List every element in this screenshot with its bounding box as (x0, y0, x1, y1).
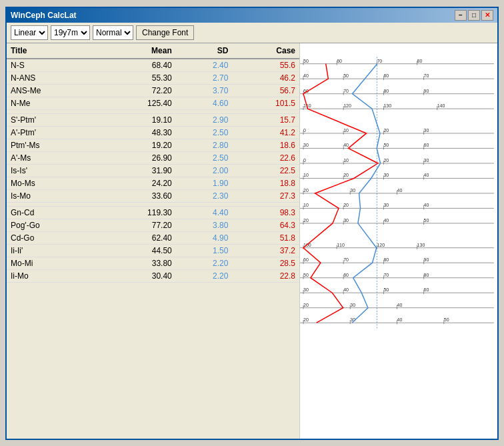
svg-text:10: 10 (303, 203, 309, 208)
row-mean: 30.40 (98, 269, 176, 282)
table-row: Ii-Ii' 44.50 1.50 37.2 (7, 244, 299, 257)
row-case: 55.6 (232, 59, 299, 72)
row-mean: 55.30 (98, 71, 176, 84)
svg-text:60: 60 (337, 58, 342, 63)
svg-text:80: 80 (383, 257, 389, 263)
row-sd: 1.50 (176, 244, 233, 257)
col-case: Case (232, 43, 299, 59)
svg-text:10: 10 (343, 157, 349, 163)
svg-text:50: 50 (383, 143, 389, 148)
row-mean: 68.40 (98, 59, 176, 72)
svg-text:30: 30 (350, 302, 355, 307)
svg-text:30: 30 (383, 173, 389, 178)
table-row: Is-Mo 33.60 2.30 27.3 (7, 189, 299, 202)
svg-text:20: 20 (343, 203, 349, 208)
chart-svg: .tick-line { stroke: #333; stroke-width:… (300, 43, 497, 439)
row-case: 15.7 (232, 113, 299, 126)
row-title: Pog'-Go (7, 219, 98, 231)
norm-dropdown[interactable]: Normal (93, 25, 133, 40)
svg-text:60: 60 (424, 143, 429, 148)
row-sd: 4.40 (176, 206, 233, 219)
svg-text:30: 30 (343, 217, 349, 223)
row-sd: 1.90 (176, 177, 233, 189)
row-mean: 26.90 (98, 151, 176, 164)
row-mean: 19.10 (98, 113, 176, 126)
row-sd: 2.00 (176, 164, 233, 177)
row-case: 22.6 (232, 151, 299, 164)
row-case: 98.3 (232, 206, 299, 219)
row-case: 18.6 (232, 139, 299, 151)
table-row: Mo-Mi 33.80 2.20 28.5 (7, 257, 299, 269)
svg-text:20: 20 (303, 217, 309, 223)
col-mean: Mean (98, 43, 176, 59)
close-button[interactable]: ✕ (481, 10, 493, 21)
change-font-button[interactable]: Change Font (136, 25, 194, 40)
svg-text:80: 80 (417, 58, 423, 63)
row-sd: 2.50 (176, 151, 233, 164)
row-mean: 44.50 (98, 244, 176, 257)
table-row: Ptm'-Ms 19.20 2.80 18.6 (7, 139, 299, 151)
row-mean: 31.90 (98, 164, 176, 177)
main-window: WinCeph CalcLat − □ ✕ Linear 19y7m Norma… (5, 7, 499, 440)
table-row: Cd-Go 62.40 4.90 51.8 (7, 231, 299, 244)
row-case: 41.2 (232, 126, 299, 139)
row-case: 56.7 (232, 84, 299, 97)
svg-text:40: 40 (303, 73, 309, 79)
svg-text:80: 80 (383, 88, 389, 93)
svg-text:20: 20 (303, 187, 309, 193)
row-case: 101.5 (232, 97, 299, 109)
toolbar: Linear 19y7m Normal Change Font (7, 23, 497, 43)
row-sd: 4.90 (176, 231, 233, 244)
svg-text:50: 50 (424, 217, 429, 223)
svg-text:130: 130 (383, 103, 391, 109)
row-title: A'-Ms (7, 151, 98, 164)
row-title: N-ANS (7, 71, 98, 84)
maximize-button[interactable]: □ (468, 10, 480, 21)
table-row: N-Me 125.40 4.60 101.5 (7, 97, 299, 109)
row-title: N-Me (7, 97, 98, 109)
type-dropdown[interactable]: Linear (11, 25, 48, 40)
row-title: Is-Is' (7, 164, 98, 177)
minimize-button[interactable]: − (455, 10, 467, 21)
row-title: S'-Ptm' (7, 113, 98, 126)
svg-text:0: 0 (303, 127, 306, 133)
table-row: Is-Is' 31.90 2.00 22.5 (7, 164, 299, 177)
row-title: Ii-Ii' (7, 244, 98, 257)
svg-text:40: 40 (397, 187, 402, 193)
row-mean: 33.60 (98, 189, 176, 202)
svg-text:10: 10 (303, 173, 309, 178)
row-mean: 72.20 (98, 84, 176, 97)
svg-text:30: 30 (424, 157, 429, 163)
svg-text:120: 120 (377, 242, 385, 247)
row-sd: 2.40 (176, 59, 233, 72)
row-title: Gn-Cd (7, 206, 98, 219)
svg-text:60: 60 (303, 257, 309, 263)
svg-text:20: 20 (383, 127, 389, 133)
svg-text:20: 20 (343, 173, 349, 178)
svg-text:70: 70 (383, 272, 389, 277)
row-sd: 2.50 (176, 126, 233, 139)
row-mean: 19.20 (98, 139, 176, 151)
svg-text:80: 80 (424, 272, 429, 277)
age-dropdown[interactable]: 19y7m (51, 25, 90, 40)
chart-section: .tick-line { stroke: #333; stroke-width:… (300, 43, 497, 439)
svg-text:40: 40 (397, 317, 402, 323)
svg-text:40: 40 (343, 143, 349, 148)
table-row: ANS-Me 72.20 3.70 56.7 (7, 84, 299, 97)
window-title: WinCeph CalcLat (11, 11, 77, 20)
svg-text:130: 130 (417, 242, 425, 247)
col-title: Title (7, 43, 98, 59)
row-title: Cd-Go (7, 231, 98, 244)
row-sd: 2.70 (176, 71, 233, 84)
svg-text:40: 40 (397, 302, 402, 307)
row-title: Mo-Ms (7, 177, 98, 189)
row-mean: 62.40 (98, 231, 176, 244)
svg-text:40: 40 (424, 203, 429, 208)
svg-text:30: 30 (424, 127, 429, 133)
svg-text:20: 20 (303, 317, 309, 323)
col-sd: SD (176, 43, 233, 59)
table-row: Gn-Cd 119.30 4.40 98.3 (7, 206, 299, 219)
svg-text:90: 90 (424, 88, 429, 93)
row-sd: 2.90 (176, 113, 233, 126)
row-title: A'-Ptm' (7, 126, 98, 139)
